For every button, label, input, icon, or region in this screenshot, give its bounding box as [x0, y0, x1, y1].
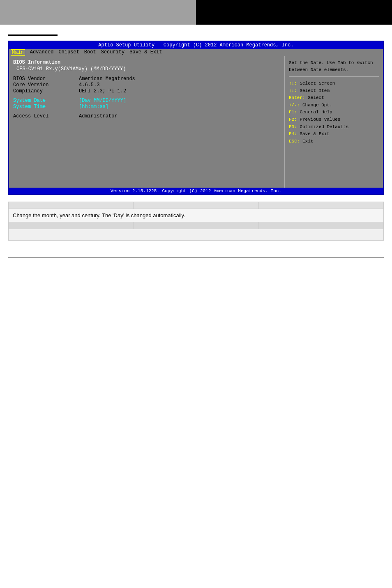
key-desc-enter: Select — [308, 95, 324, 100]
table-data-col1 — [9, 222, 134, 229]
bios-subtitle: CES-CV101 Rx.y(SCV1AMxy) (MM/DD/YYYY) — [13, 66, 280, 72]
key-hint-change-opt: +/-: Change Opt. — [289, 102, 379, 109]
key-desc-select-item: Select Item — [300, 88, 330, 93]
key-desc-f2: Previous Values — [300, 117, 340, 122]
bios-menu-bar: Main Advanced Chipset Boot Security Save… — [9, 49, 383, 56]
label-system-time: System Time — [13, 104, 79, 110]
value-core-version: 4.6.5.3 — [79, 82, 99, 88]
bios-menu-advanced[interactable]: Advanced — [30, 49, 54, 56]
key-hint-esc: ESC: Exit — [289, 138, 379, 145]
bios-row-system-time[interactable]: System Time [hh:mm:ss] — [13, 104, 280, 110]
section-title-underline — [8, 34, 58, 36]
value-bios-vendor: American Megatrends — [79, 76, 135, 82]
bios-key-hints: ↑↓: Select Screen ↑↓: Select Item Enter:… — [289, 80, 379, 145]
key-desc-f1: General Help — [300, 110, 332, 115]
section-title-area — [0, 29, 392, 37]
bios-row-compliancy: Compliancy UEFI 2.3; PI 1.2 — [13, 88, 280, 94]
key-f1: F1: — [289, 110, 297, 115]
key-desc-esc: Exit — [302, 139, 313, 144]
key-f2: F2: — [289, 117, 297, 122]
info-table-wrapper: Change the month, year and century. The … — [8, 202, 384, 241]
key-hint-f4: F4: Save & Exit — [289, 131, 379, 138]
value-access-level: Administrator — [79, 113, 118, 119]
table-data-row — [9, 222, 384, 229]
key-enter: Enter: — [289, 95, 305, 100]
bios-footer: Version 2.15.1225. Copyright (C) 2012 Am… — [9, 188, 383, 194]
label-compliancy: Compliancy — [13, 88, 79, 94]
key-hint-f3: F3: Optimized Defaults — [289, 124, 379, 131]
bios-content: BIOS Information CES-CV101 Rx.y(SCV1AMxy… — [9, 56, 383, 188]
bios-help-text: Set the Date. Use Tab to switch between … — [289, 60, 379, 73]
bios-menu-boot[interactable]: Boot — [84, 49, 96, 56]
key-plus-minus: +/-: — [289, 103, 300, 108]
key-tab: ↑↓: — [289, 88, 297, 93]
bios-row-core-version: Core Version 4.6.5.3 — [13, 82, 280, 88]
bios-divider — [289, 76, 379, 77]
bios-right-panel: Set the Date. Use Tab to switch between … — [284, 56, 383, 188]
header-bar — [0, 0, 392, 25]
bios-menu-chipset[interactable]: Chipset — [58, 49, 79, 56]
value-system-time[interactable]: [hh:mm:ss] — [79, 104, 108, 110]
bios-row-access-level: Access Level Administrator — [13, 113, 280, 119]
key-desc-f4: Save & Exit — [300, 131, 330, 136]
table-description-row: Change the month, year and century. The … — [9, 209, 384, 222]
table-empty-cell — [9, 229, 384, 241]
key-desc-change-opt: Change Opt. — [302, 103, 332, 108]
bios-screen: Aptio Setup Utility – Copyright (C) 2012… — [8, 41, 384, 195]
table-header-col3 — [258, 202, 383, 209]
bios-menu-security[interactable]: Security — [101, 49, 125, 56]
bios-menu-main[interactable]: Main — [11, 49, 25, 56]
table-header-row — [9, 202, 384, 209]
key-hint-enter: Enter: Select — [289, 94, 379, 102]
key-hint-select-item: ↑↓: Select Item — [289, 87, 379, 95]
value-system-date[interactable]: [Day MM/DD/YYYY] — [79, 98, 126, 103]
bios-row-vendor: BIOS Vendor American Megatrends — [13, 76, 280, 82]
key-desc-f3: Optimized Defaults — [300, 124, 348, 129]
key-esc: ESC: — [289, 139, 300, 144]
table-data-col2 — [134, 222, 258, 229]
bios-title-bar: Aptio Setup Utility – Copyright (C) 2012… — [9, 41, 383, 49]
header-left — [0, 0, 196, 25]
key-hint-select-screen: ↑↓: Select Screen — [289, 80, 379, 87]
key-arrows: ↑↓: — [289, 81, 297, 86]
bios-menu-save-exit[interactable]: Save & Exit — [129, 49, 162, 56]
bios-row-system-date[interactable]: System Date [Day MM/DD/YYYY] — [13, 98, 280, 103]
label-bios-vendor: BIOS Vendor — [13, 76, 79, 82]
bios-left-panel: BIOS Information CES-CV101 Rx.y(SCV1AMxy… — [9, 56, 284, 188]
bios-footer-text: Version 2.15.1225. Copyright (C) 2012 Am… — [111, 188, 281, 193]
value-compliancy: UEFI 2.3; PI 1.2 — [79, 88, 126, 94]
bios-title-text: Aptio Setup Utility – Copyright (C) 2012… — [98, 42, 293, 48]
table-header-col1 — [9, 202, 134, 209]
key-f3: F3: — [289, 124, 297, 129]
key-hint-f2: F2: Previous Values — [289, 116, 379, 124]
label-core-version: Core Version — [13, 82, 79, 88]
key-hint-f1: F1: General Help — [289, 109, 379, 116]
header-right — [196, 0, 392, 25]
table-description: Change the month, year and century. The … — [9, 209, 384, 222]
bottom-rule — [8, 257, 384, 257]
table-header-col2 — [134, 202, 258, 209]
info-table: Change the month, year and century. The … — [8, 202, 384, 241]
label-access-level: Access Level — [13, 113, 79, 119]
key-desc-select-screen: Select Screen — [300, 81, 335, 86]
table-empty-row — [9, 229, 384, 241]
key-f4: F4: — [289, 131, 297, 136]
table-data-col3 — [258, 222, 383, 229]
bios-section-title: BIOS Information — [13, 60, 280, 65]
label-system-date: System Date — [13, 98, 79, 103]
